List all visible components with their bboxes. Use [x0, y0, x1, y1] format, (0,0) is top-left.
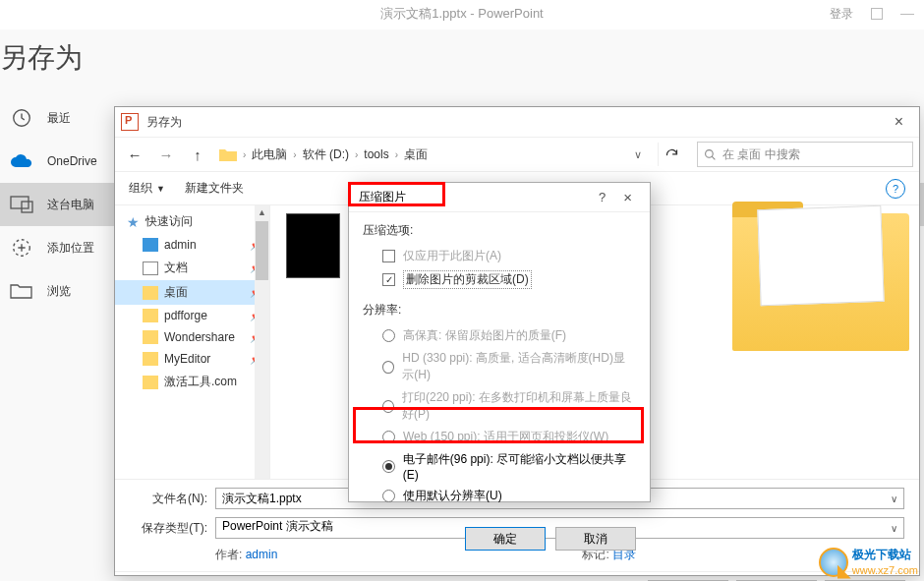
svg-rect-1: [11, 197, 29, 208]
radio-icon: [382, 329, 395, 342]
powerpoint-titlebar: 演示文稿1.pptx - PowerPoint 登录: [0, 0, 924, 28]
folder-icon: [143, 286, 158, 300]
sidebar-item-wondershare[interactable]: Wondershare📌: [115, 326, 269, 348]
sidebar-item-pdfforge[interactable]: pdfforge📌: [115, 305, 269, 326]
add-place-icon: [10, 236, 33, 260]
author-label: 作者:: [215, 548, 242, 561]
svg-point-4: [706, 149, 714, 157]
folder-open-icon: [10, 279, 33, 303]
res-hifi-radio: 高保真: 保留原始图片的质量(F): [363, 324, 636, 347]
folder-icon: [143, 376, 158, 389]
res-print-radio: 打印(220 ppi): 在多数打印机和屏幕上质量良好(P): [363, 386, 636, 426]
minimize-icon[interactable]: [900, 14, 914, 15]
res-hd-radio: HD (330 ppi): 高质量, 适合高清晰度(HD)显示(H): [363, 347, 636, 386]
powerpoint-icon: [121, 113, 139, 131]
radio-icon: [382, 490, 395, 502]
up-button[interactable]: ↑: [184, 143, 211, 166]
compress-titlebar: 压缩图片 ? ×: [349, 183, 650, 212]
dialog-navbar: ← → ↑ › 此电脑› 软件 (D:)› tools› 桌面 ∨ 在 桌面 中…: [115, 137, 919, 172]
back-button[interactable]: ←: [121, 143, 148, 166]
res-web-radio: Web (150 ppi): 适用于网页和投影仪(W): [363, 426, 636, 448]
folder-icon: [219, 147, 237, 161]
sidebar-item-myeditor[interactable]: MyEditor📌: [115, 348, 269, 370]
cancel-button[interactable]: 取消: [555, 527, 636, 551]
apply-only-checkbox: 仅应用于此图片(A): [363, 245, 636, 267]
folder-thumbnail[interactable]: [732, 213, 909, 351]
newfolder-button[interactable]: 新建文件夹: [185, 180, 244, 197]
delete-cropped-checkbox[interactable]: 删除图片的剪裁区域(D): [363, 267, 636, 292]
checkbox-icon: [382, 250, 395, 262]
titlebar-button-1[interactable]: [871, 8, 883, 20]
refresh-button[interactable]: [658, 143, 685, 166]
search-input[interactable]: 在 桌面 中搜索: [697, 142, 913, 167]
author-value[interactable]: admin: [246, 548, 278, 561]
dialog-footer: ▲隐藏文件夹 工具(L)▼ 保存(S) 取消: [115, 571, 919, 581]
folder-icon: [143, 330, 158, 344]
checkbox-checked-icon: [382, 273, 395, 286]
resolution-heading: 分辨率:: [363, 302, 636, 319]
app-title: 演示文稿1.pptx - PowerPoint: [380, 5, 543, 23]
label: 最近: [47, 110, 71, 127]
forward-button[interactable]: →: [152, 143, 180, 166]
quick-access-group[interactable]: ★快速访问: [115, 209, 269, 234]
breadcrumb[interactable]: › 此电脑› 软件 (D:)› tools› 桌面 ∨: [215, 142, 650, 167]
radio-selected-icon: [382, 460, 395, 473]
filename-label: 文件名(N):: [129, 491, 207, 507]
folder-icon: [143, 352, 158, 366]
ok-button[interactable]: 确定: [465, 527, 546, 551]
search-placeholder: 在 桌面 中搜索: [722, 146, 800, 163]
chevron-down-icon[interactable]: ∨: [891, 523, 905, 534]
savetype-label: 保存类型(T):: [129, 520, 207, 537]
sidebar-scrollbar[interactable]: ▲: [255, 205, 269, 479]
compress-options-heading: 压缩选项:: [363, 222, 636, 239]
close-icon[interactable]: ×: [615, 189, 640, 205]
sidebar-item-activate[interactable]: 激活工具.com: [115, 370, 269, 394]
clock-icon: [10, 106, 33, 130]
res-default-radio[interactable]: 使用默认分辨率(U): [363, 485, 636, 507]
page-title: 另存为: [0, 29, 924, 96]
svg-rect-2: [22, 202, 32, 212]
label: 添加位置: [47, 240, 94, 257]
watermark: 极光下载站 www.xz7.com: [819, 547, 918, 577]
search-icon: [704, 148, 717, 161]
watermark-url: www.xz7.com: [852, 564, 918, 576]
dialog-sidebar: ★快速访问 admin📌 文档📌 桌面📌 pdfforge📌 Wondersha…: [115, 205, 270, 479]
file-thumbnail[interactable]: [286, 213, 340, 278]
label: OneDrive: [47, 154, 97, 168]
help-icon[interactable]: ?: [589, 190, 615, 204]
folder-icon: [143, 309, 158, 322]
dialog-title: 另存为: [146, 114, 182, 131]
globe-icon: [819, 548, 848, 577]
label: 浏览: [47, 283, 71, 300]
compress-title: 压缩图片: [359, 189, 406, 205]
star-icon: ★: [127, 214, 140, 230]
sidebar-item-admin[interactable]: admin📌: [115, 234, 269, 256]
desktop-icon: [143, 238, 158, 252]
radio-icon: [382, 400, 394, 413]
radio-icon: [382, 431, 395, 443]
compress-dialog: 压缩图片 ? × 压缩选项: 仅应用于此图片(A) 删除图片的剪裁区域(D) 分…: [348, 182, 651, 502]
sidebar-item-desktop[interactable]: 桌面📌: [115, 280, 269, 305]
login-link[interactable]: 登录: [830, 6, 853, 23]
dialog-titlebar: 另存为 ×: [115, 107, 919, 137]
help-icon[interactable]: ?: [886, 179, 905, 199]
document-icon: [143, 261, 158, 275]
watermark-brand: 极光下载站: [852, 548, 911, 561]
chevron-down-icon[interactable]: ∨: [891, 494, 905, 504]
chevron-down-icon[interactable]: ∨: [634, 148, 642, 161]
label: 这台电脑: [47, 197, 94, 213]
res-email-radio[interactable]: 电子邮件(96 ppi): 尽可能缩小文档以便共享(E): [363, 448, 636, 485]
cloud-icon: [10, 149, 33, 173]
organize-button[interactable]: 组织▼: [129, 180, 165, 197]
close-icon[interactable]: ×: [885, 113, 913, 131]
pc-icon: [10, 193, 33, 216]
sidebar-item-docs[interactable]: 文档📌: [115, 256, 269, 280]
radio-icon: [382, 361, 394, 374]
